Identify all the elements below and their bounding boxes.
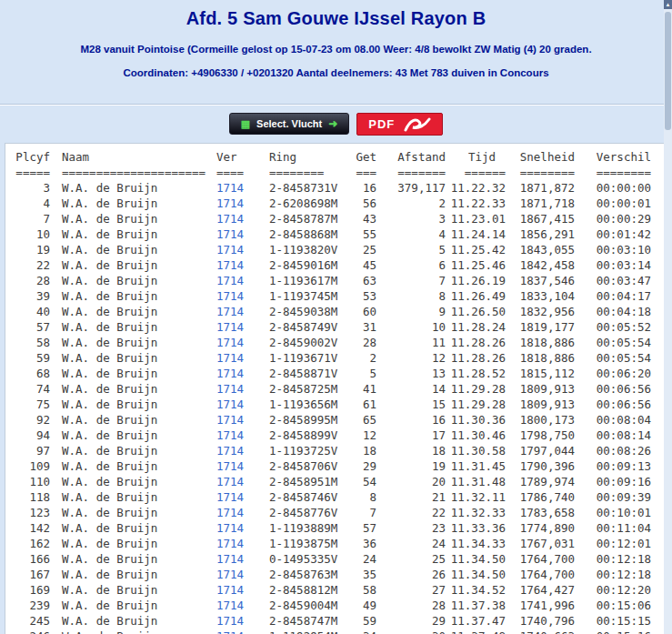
scroll-up-icon[interactable]: ▲ (664, 0, 672, 9)
cell-verschil: 00:09:13 (575, 458, 651, 474)
cell-ver[interactable]: 1714 (216, 489, 262, 505)
cell-plcyf: 92 (13, 412, 55, 428)
cell-ver[interactable]: 1714 (216, 474, 262, 489)
cell-ver[interactable]: 1714 (216, 288, 262, 304)
cell-plcyf: 110 (13, 474, 55, 489)
cell-get: 34 (353, 629, 376, 634)
cell-ver[interactable]: 1714 (216, 366, 262, 381)
cell-plcyf: 166 (13, 551, 55, 567)
cell-ver[interactable]: 1714 (216, 397, 262, 412)
cell-ver[interactable]: 1714 (216, 226, 262, 242)
flight-info-line: M28 vanuit Pointoise (Cormeille gelost o… (0, 44, 672, 55)
cell-ver[interactable]: 1714 (216, 551, 262, 567)
cell-tijd: 11.30.58 (446, 443, 506, 458)
cell-verschil: 00:06:20 (575, 366, 651, 381)
select-grid-icon: ▦ (241, 118, 250, 130)
cell-afstand: 4 (376, 226, 446, 242)
cell-snelheid: 1809,913 (506, 381, 575, 397)
cell-afstand: 18 (376, 443, 446, 458)
cell-afstand: 17 (376, 428, 446, 443)
table-row: 40W.A. de Bruijn17142-8459038M60911.26.5… (13, 304, 651, 319)
cell-naam: W.A. de Bruijn (55, 211, 216, 226)
cell-verschil: 00:05:52 (575, 319, 651, 335)
table-row: 19W.A. de Bruijn17141-1193820V25511.25.4… (13, 242, 651, 257)
cell-plcyf: 4 (13, 196, 55, 211)
cell-ver[interactable]: 1714 (216, 196, 262, 211)
column-header-verschil: Verschil (575, 149, 651, 165)
cell-snelheid: 1837,546 (506, 273, 575, 288)
cell-tijd: 11.28.52 (446, 366, 506, 381)
cell-ring: 2-8458812M (262, 582, 353, 598)
cell-tijd: 11.34.33 (446, 536, 506, 551)
cell-verschil: 00:00:01 (575, 196, 651, 211)
column-header-snelheid: Snelheid (506, 149, 575, 165)
cell-ver[interactable]: 1714 (216, 242, 262, 257)
cell-get: 18 (353, 443, 376, 458)
cell-snelheid: 1832,956 (506, 304, 575, 319)
cell-tijd: 11.22.33 (446, 196, 506, 211)
cell-ver[interactable]: 1714 (216, 505, 262, 520)
cell-ver[interactable]: 1714 (216, 319, 262, 335)
cell-ver[interactable]: 1714 (216, 304, 262, 319)
cell-verschil: 00:04:18 (575, 304, 651, 319)
scrollbar[interactable]: ▲ (664, 0, 672, 634)
cell-tijd: 11.28.26 (446, 350, 506, 366)
cell-tijd: 11.37.47 (446, 613, 506, 629)
cell-ring: 2-8458871V (262, 366, 353, 381)
column-underline: ===================== (55, 165, 216, 180)
cell-ver[interactable]: 1714 (216, 273, 262, 288)
cell-ver[interactable]: 1714 (216, 257, 262, 273)
table-row: 97W.A. de Bruijn17141-1193725V181811.30.… (13, 443, 651, 458)
cell-ver[interactable]: 1714 (216, 629, 262, 634)
cell-get: 63 (353, 273, 376, 288)
cell-ver[interactable]: 1714 (216, 350, 262, 366)
cell-ver[interactable]: 1714 (216, 180, 262, 196)
cell-plcyf: 59 (13, 350, 55, 366)
cell-get: 53 (353, 288, 376, 304)
cell-snelheid: 1818,886 (506, 335, 575, 350)
cell-ring: 2-8459038M (262, 304, 353, 319)
cell-tijd: 11.29.28 (446, 397, 506, 412)
cell-ring: 1-1193745M (262, 288, 353, 304)
cell-ring: 2-8459004M (262, 598, 353, 613)
cell-afstand: 13 (376, 366, 446, 381)
cell-ver[interactable]: 1714 (216, 381, 262, 397)
cell-verschil: 00:08:14 (575, 428, 651, 443)
cell-ver[interactable]: 1714 (216, 598, 262, 613)
cell-ver[interactable]: 1714 (216, 567, 262, 582)
table-row: 110W.A. de Bruijn17142-8458951M542011.31… (13, 474, 651, 489)
cell-ver[interactable]: 1714 (216, 613, 262, 629)
pdf-button[interactable]: PDF (356, 113, 443, 136)
column-header-tijd: Tijd (446, 149, 506, 165)
cell-ver[interactable]: 1714 (216, 458, 262, 474)
cell-ver[interactable]: 1714 (216, 412, 262, 428)
cell-ver[interactable]: 1714 (216, 582, 262, 598)
cell-plcyf: 39 (13, 288, 55, 304)
cell-ver[interactable]: 1714 (216, 536, 262, 551)
cell-ver[interactable]: 1714 (216, 520, 262, 536)
cell-naam: W.A. de Bruijn (55, 381, 216, 397)
green-arrow-icon: ➜ (328, 117, 337, 130)
results-table-body: 3W.A. de Bruijn17142-8458731V16379,11711… (13, 180, 651, 634)
table-row: 92W.A. de Bruijn17142-8458995M651611.30.… (13, 412, 651, 428)
cell-tijd: 11.32.11 (446, 489, 506, 505)
cell-get: 43 (353, 211, 376, 226)
scrollbar-thumb[interactable] (665, 12, 671, 130)
cell-get: 59 (353, 613, 376, 629)
cell-ring: 2-8458763M (262, 567, 353, 582)
cell-snelheid: 1764,427 (506, 582, 575, 598)
cell-ver[interactable]: 1714 (216, 443, 262, 458)
table-row: 246W.A. de Bruijn17141-1192954M343011.37… (13, 629, 651, 634)
select-vlucht-button[interactable]: ▦ Select. Vlucht ➜ (229, 113, 350, 135)
cell-afstand: 11 (376, 335, 446, 350)
cell-verschil: 00:11:04 (575, 520, 651, 536)
cell-snelheid: 1871,872 (506, 180, 575, 196)
cell-ver[interactable]: 1714 (216, 335, 262, 350)
select-vlucht-label: Select. Vlucht (256, 118, 322, 129)
cell-ver[interactable]: 1714 (216, 428, 262, 443)
cell-get: 61 (353, 397, 376, 412)
cell-plcyf: 75 (13, 397, 55, 412)
cell-ver[interactable]: 1714 (216, 211, 262, 226)
cell-verschil: 00:03:47 (575, 273, 651, 288)
cell-snelheid: 1843,055 (506, 242, 575, 257)
